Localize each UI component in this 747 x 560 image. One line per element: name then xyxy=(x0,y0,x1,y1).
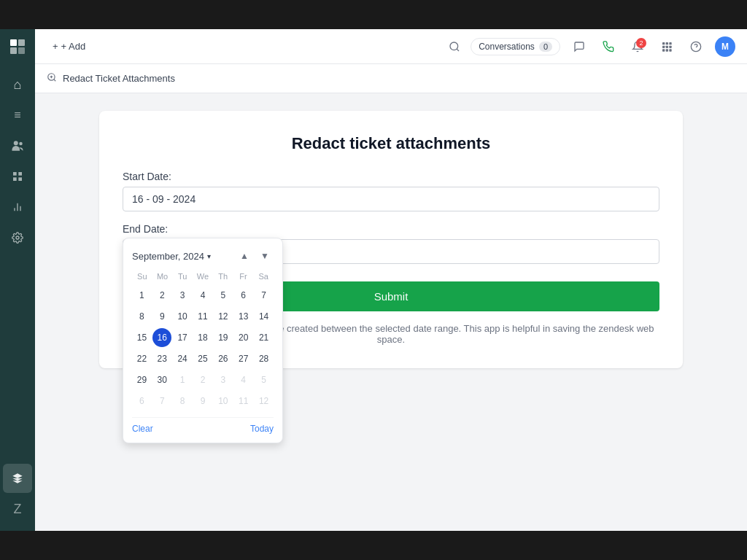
calendar-day[interactable]: 2 xyxy=(152,286,171,305)
svg-rect-23 xyxy=(666,49,668,51)
calendar-day[interactable]: 13 xyxy=(234,307,253,326)
svg-rect-21 xyxy=(669,45,671,47)
weekday-sa: Sa xyxy=(253,271,274,282)
svg-rect-9 xyxy=(18,177,22,181)
calendar-day[interactable]: 25 xyxy=(193,349,212,368)
start-date-group: Start Date: September, 2024 ▾ xyxy=(123,171,659,211)
svg-rect-0 xyxy=(10,39,17,46)
calendar-day[interactable]: 1 xyxy=(132,286,151,305)
sidebar-item-apps[interactable] xyxy=(3,464,32,493)
add-button[interactable]: + + Add xyxy=(47,38,91,55)
calendar-day[interactable]: 10 xyxy=(173,307,192,326)
calendar-day[interactable]: 22 xyxy=(132,349,151,368)
calendar-header: September, 2024 ▾ ▲ ▼ xyxy=(132,247,274,265)
calendar-day[interactable]: 21 xyxy=(255,328,274,347)
content-area: + + Add Conversations 0 xyxy=(35,29,747,531)
calendar-day[interactable]: 8 xyxy=(132,307,151,326)
calendar-day[interactable]: 10 xyxy=(214,392,233,411)
calendar-clear-btn[interactable]: Clear xyxy=(132,424,153,434)
calendar-day[interactable]: 20 xyxy=(234,328,253,347)
calendar-popup: September, 2024 ▾ ▲ ▼ xyxy=(123,238,283,443)
svg-rect-3 xyxy=(18,47,25,54)
calendar-footer: Clear Today xyxy=(132,417,274,434)
sidebar-item-zendesk[interactable]: Z xyxy=(3,494,32,524)
sidebar-item-tickets[interactable]: ≡ xyxy=(3,101,32,130)
end-date-label: End Date: xyxy=(123,223,659,235)
calendar-day[interactable]: 2 xyxy=(193,370,212,389)
start-date-input[interactable] xyxy=(123,187,659,211)
calendar-day[interactable]: 9 xyxy=(193,392,212,411)
calendar-day[interactable]: 14 xyxy=(255,307,274,326)
month-year-text: September, 2024 xyxy=(132,251,204,262)
calendar-prev-btn[interactable]: ▲ xyxy=(236,247,253,265)
calendar-day[interactable]: 3 xyxy=(173,286,192,305)
calendar-day[interactable]: 19 xyxy=(214,328,233,347)
calendar-day[interactable]: 5 xyxy=(214,286,233,305)
breadcrumb-bar: Redact Ticket Attachments xyxy=(35,64,747,93)
sidebar-item-settings[interactable] xyxy=(3,223,32,252)
svg-rect-7 xyxy=(18,172,22,176)
calendar-day[interactable]: 18 xyxy=(193,328,212,347)
user-avatar[interactable]: M xyxy=(715,36,735,57)
calendar-day[interactable]: 26 xyxy=(214,349,233,368)
chat-button[interactable] xyxy=(569,36,589,57)
search-button[interactable] xyxy=(447,39,462,54)
calendar-day[interactable]: 3 xyxy=(214,370,233,389)
calendar-day[interactable]: 12 xyxy=(214,307,233,326)
main-card: Redact ticket attachments Start Date: Se… xyxy=(99,111,683,368)
weekday-we: We xyxy=(193,271,213,282)
calendar-day[interactable]: 9 xyxy=(152,307,171,326)
sidebar-item-grid[interactable] xyxy=(3,162,32,191)
svg-rect-22 xyxy=(662,49,665,51)
calendar-day[interactable]: 11 xyxy=(234,392,253,411)
svg-point-13 xyxy=(16,236,19,239)
svg-point-4 xyxy=(14,141,18,145)
calendar-day[interactable]: 17 xyxy=(173,328,192,347)
calendar-day[interactable]: 27 xyxy=(234,349,253,368)
calendar-day[interactable]: 29 xyxy=(132,370,151,389)
calendar-day[interactable]: 6 xyxy=(132,392,151,411)
svg-rect-1 xyxy=(18,39,25,46)
calendar-day[interactable]: 6 xyxy=(234,286,253,305)
svg-rect-24 xyxy=(669,49,671,51)
svg-line-15 xyxy=(457,49,459,51)
svg-rect-17 xyxy=(666,42,668,44)
sidebar: ⌂ ≡ xyxy=(0,29,35,531)
conversations-label: Conversations xyxy=(479,42,535,52)
help-button[interactable] xyxy=(686,36,706,57)
svg-rect-8 xyxy=(13,177,17,181)
calendar-month-label: September, 2024 ▾ xyxy=(132,251,211,262)
calendar-day[interactable]: 8 xyxy=(173,392,192,411)
calendar-day[interactable]: 5 xyxy=(255,370,274,389)
calendar-day[interactable]: 7 xyxy=(152,392,171,411)
calendar-day[interactable]: 16 xyxy=(152,328,171,347)
calendar-next-btn[interactable]: ▼ xyxy=(256,247,274,265)
calendar-day[interactable]: 30 xyxy=(152,370,171,389)
calendar-day[interactable]: 15 xyxy=(132,328,151,347)
dropdown-icon: ▾ xyxy=(207,252,211,260)
sidebar-item-reporting[interactable] xyxy=(3,192,32,222)
svg-rect-2 xyxy=(10,47,17,54)
calendar-day[interactable]: 1 xyxy=(173,370,192,389)
notifications-button[interactable]: 2 xyxy=(627,36,648,57)
phone-button[interactable] xyxy=(598,36,619,57)
sidebar-logo xyxy=(6,35,29,58)
grid-apps-button[interactable] xyxy=(657,36,677,57)
calendar-day[interactable]: 7 xyxy=(255,286,274,305)
calendar-day[interactable]: 28 xyxy=(255,349,274,368)
calendar-weekdays: Su Mo Tu We Th Fr Sa xyxy=(132,271,274,282)
conversations-button[interactable]: Conversations 0 xyxy=(471,38,560,55)
breadcrumb-text: Redact Ticket Attachments xyxy=(63,73,175,84)
calendar-day[interactable]: 23 xyxy=(152,349,171,368)
calendar-day[interactable]: 4 xyxy=(193,286,212,305)
calendar-day[interactable]: 11 xyxy=(193,307,212,326)
calendar-nav: ▲ ▼ xyxy=(236,247,274,265)
weekday-th: Th xyxy=(213,271,233,282)
calendar-day[interactable]: 24 xyxy=(173,349,192,368)
calendar-day[interactable]: 12 xyxy=(255,392,274,411)
sidebar-item-users[interactable] xyxy=(3,131,32,160)
calendar-day[interactable]: 4 xyxy=(234,370,253,389)
sidebar-item-home[interactable]: ⌂ xyxy=(3,70,32,99)
weekday-tu: Tu xyxy=(172,271,193,282)
calendar-today-btn[interactable]: Today xyxy=(250,424,274,434)
